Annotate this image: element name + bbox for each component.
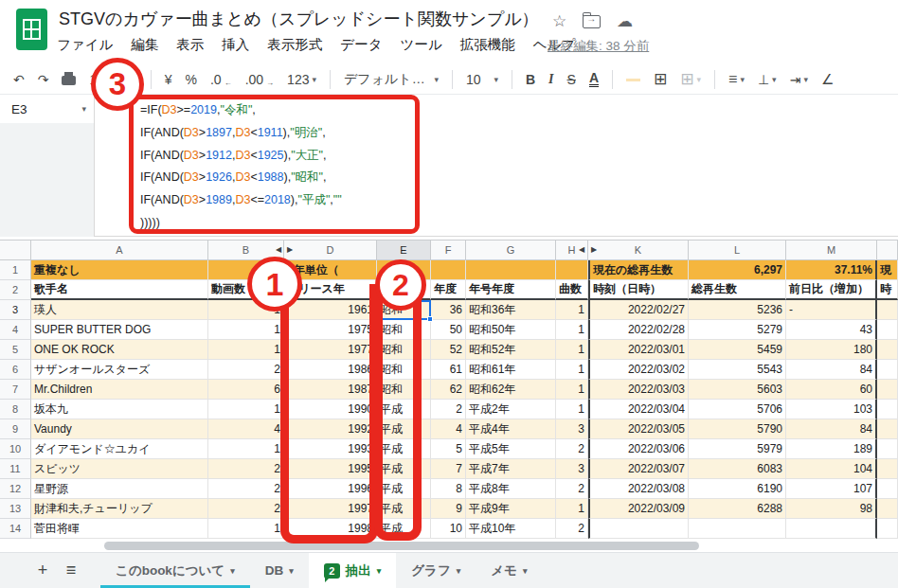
cell[interactable]: 6288: [689, 499, 786, 519]
cell[interactable]: 84: [786, 419, 877, 439]
cell[interactable]: 5279: [689, 320, 786, 340]
cell[interactable]: [377, 260, 431, 280]
strikethrough-button[interactable]: S: [567, 72, 576, 87]
cell[interactable]: 昭和: [377, 300, 431, 320]
print-button[interactable]: [62, 73, 76, 85]
zoom-select[interactable]: 100% ▾: [89, 72, 136, 87]
horizontal-align-button[interactable]: ≡▾: [728, 71, 745, 88]
cell[interactable]: 1995: [284, 459, 377, 479]
cell[interactable]: 5790: [689, 419, 786, 439]
merge-cells-button[interactable]: ⊞▾: [680, 69, 701, 89]
all-sheets-button[interactable]: ≡: [57, 553, 85, 588]
cell[interactable]: 1992: [284, 419, 377, 439]
cell[interactable]: 1: [556, 320, 588, 340]
cell[interactable]: [786, 519, 877, 539]
row-header[interactable]: 13: [0, 499, 31, 519]
cell[interactable]: 時刻（日時）: [588, 280, 689, 300]
menu-item[interactable]: ファイル: [57, 36, 113, 54]
cell[interactable]: 2: [556, 479, 588, 499]
column-header[interactable]: A: [31, 240, 208, 260]
cell[interactable]: 2: [208, 499, 284, 519]
cell[interactable]: 1: [208, 320, 284, 340]
hidden-columns-ij-right-icon[interactable]: ▶: [591, 245, 597, 254]
more-formats-button[interactable]: 123▾: [287, 72, 316, 87]
sheet-tab-グラフ[interactable]: グラフ▾: [396, 553, 476, 588]
cell[interactable]: 瑛人: [31, 300, 208, 320]
cell[interactable]: 2022/03/08: [588, 479, 689, 499]
add-sheet-button[interactable]: +: [28, 553, 57, 588]
cell[interactable]: 5603: [689, 380, 786, 400]
formula-input[interactable]: =IF(D3>=2019,"令和",IF(AND(D3>1897,D3<1911…: [140, 99, 860, 235]
cell[interactable]: 平成: [377, 439, 431, 459]
menu-item[interactable]: ツール: [401, 36, 442, 54]
row-header[interactable]: 4: [0, 320, 31, 340]
column-header[interactable]: G: [466, 240, 556, 260]
cell[interactable]: 時: [877, 280, 898, 300]
cell[interactable]: 平成7年: [466, 459, 556, 479]
cell[interactable]: 1: [208, 400, 284, 419]
cell[interactable]: [877, 380, 898, 400]
cell[interactable]: [208, 260, 284, 280]
row-header[interactable]: 11: [0, 459, 31, 479]
cell[interactable]: [588, 519, 689, 539]
cell[interactable]: 1: [208, 519, 284, 539]
cell[interactable]: 2022/03/04: [588, 400, 689, 419]
row-header[interactable]: 3: [0, 300, 31, 320]
cell[interactable]: 1: [208, 300, 284, 320]
column-header[interactable]: B: [208, 240, 284, 260]
vertical-align-button[interactable]: ⊥▾: [758, 72, 777, 87]
row-header[interactable]: 1: [0, 260, 31, 280]
menu-item[interactable]: 拡張機能: [460, 36, 515, 54]
cell[interactable]: [877, 459, 898, 479]
font-size-select[interactable]: 10 ▾: [466, 72, 498, 87]
cell[interactable]: 年号年度: [466, 280, 556, 300]
cell[interactable]: 2022/03/01: [588, 340, 689, 360]
cell[interactable]: 4: [431, 419, 466, 439]
cell[interactable]: 平成: [377, 499, 431, 519]
cell[interactable]: [556, 260, 588, 280]
cell[interactable]: 平成: [377, 400, 431, 419]
menu-item[interactable]: 表示: [176, 36, 204, 54]
font-select[interactable]: デフォルト… ▾: [344, 71, 439, 88]
cell[interactable]: サザンオールスターズ: [31, 360, 208, 380]
cell[interactable]: 4: [208, 419, 284, 439]
cell[interactable]: 103: [786, 400, 877, 419]
cell[interactable]: 平成5年: [466, 439, 556, 459]
cell[interactable]: 104: [786, 459, 877, 479]
cell[interactable]: ダイアモンド☆ユカイ: [31, 439, 208, 459]
cell[interactable]: 1993: [284, 439, 377, 459]
format-percent-button[interactable]: %: [186, 72, 197, 87]
cell[interactable]: [689, 519, 786, 539]
name-box[interactable]: E3 ▾: [0, 95, 94, 123]
row-header[interactable]: 5: [0, 340, 31, 360]
column-header[interactable]: D: [284, 240, 377, 260]
cell[interactable]: 2: [431, 400, 466, 419]
cell[interactable]: 平成: [377, 459, 431, 479]
cell[interactable]: 5706: [689, 400, 786, 419]
cell[interactable]: 平成8年: [466, 479, 556, 499]
cell[interactable]: 昭和61年: [466, 360, 556, 380]
cell[interactable]: 6190: [689, 479, 786, 499]
horizontal-scrollbar[interactable]: [104, 542, 699, 550]
column-header[interactable]: E: [377, 240, 431, 260]
cell[interactable]: 6083: [689, 459, 786, 479]
borders-button[interactable]: ⊞: [654, 69, 667, 89]
cell[interactable]: 総再生数: [689, 280, 786, 300]
menu-item[interactable]: 挿入: [222, 36, 249, 54]
column-header[interactable]: L: [689, 240, 786, 260]
cell[interactable]: 平成9年: [466, 499, 556, 519]
move-to-folder-icon[interactable]: [583, 15, 601, 28]
undo-button[interactable]: ↶: [13, 72, 25, 87]
cell[interactable]: 平成: [377, 419, 431, 439]
cell[interactable]: 2022/03/07: [588, 459, 689, 479]
menu-item[interactable]: 表示形式: [267, 36, 322, 54]
row-header[interactable]: 9: [0, 419, 31, 439]
cell[interactable]: ONE OK ROCK: [31, 340, 208, 360]
cell[interactable]: 2022/03/06: [588, 439, 689, 459]
cell[interactable]: 107: [786, 479, 877, 499]
cell[interactable]: 昭和: [377, 360, 431, 380]
cell[interactable]: 1987: [284, 380, 377, 400]
cell[interactable]: 平成: [377, 519, 431, 539]
menu-item[interactable]: 編集: [131, 36, 158, 54]
cell[interactable]: SUPER BUTTER DOG: [31, 320, 208, 340]
